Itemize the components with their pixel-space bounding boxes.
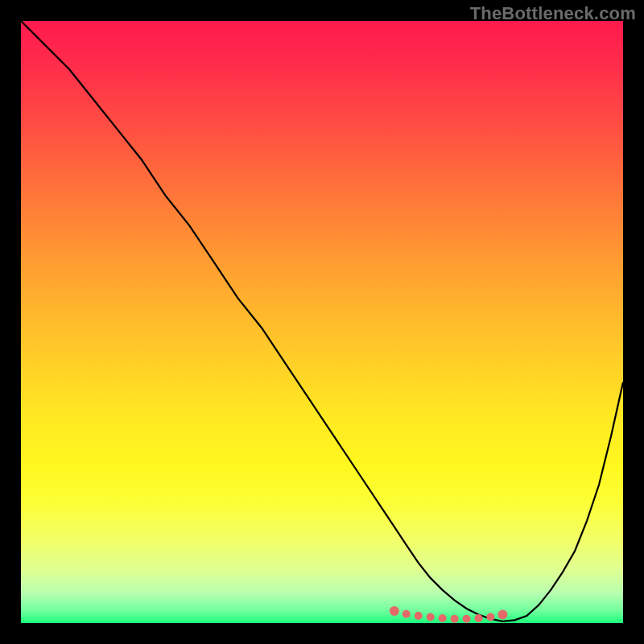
svg-point-4	[439, 614, 447, 622]
chart-frame: TheBottleneck.com	[0, 0, 644, 644]
svg-point-7	[475, 614, 483, 622]
chart-plot-area	[21, 21, 623, 623]
svg-point-8	[486, 613, 494, 621]
svg-point-0	[390, 606, 399, 616]
svg-point-3	[427, 613, 435, 621]
svg-point-6	[463, 615, 471, 623]
svg-point-5	[451, 615, 459, 623]
svg-point-1	[402, 610, 411, 618]
watermark-label: TheBottleneck.com	[470, 3, 636, 24]
svg-point-2	[415, 612, 423, 620]
optimal-range-dots	[21, 21, 623, 623]
svg-point-9	[497, 610, 507, 620]
